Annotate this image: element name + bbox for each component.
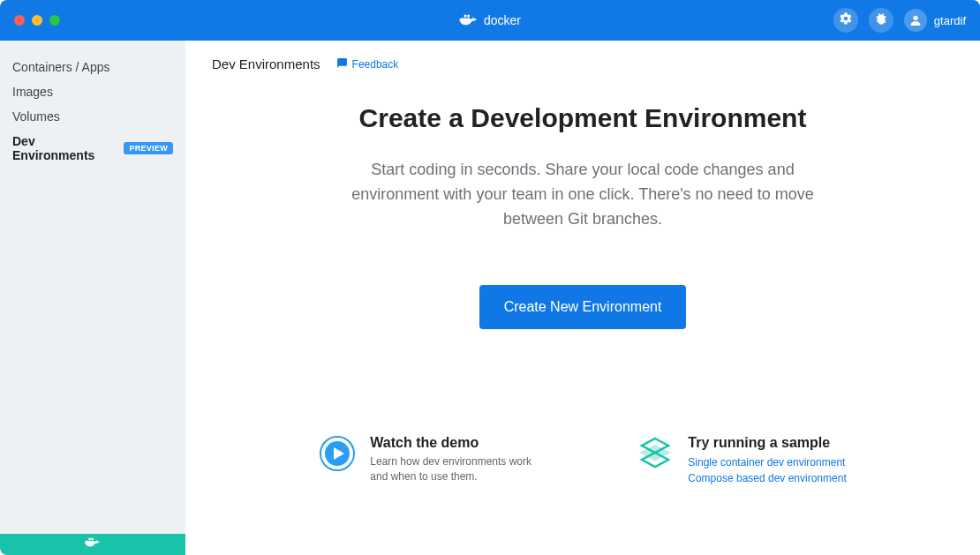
docker-whale-icon: [85, 536, 101, 552]
maximize-window-button[interactable]: [49, 15, 60, 26]
troubleshoot-button[interactable]: [869, 8, 893, 33]
info-cards: Watch the demo Learn how dev environment…: [212, 435, 954, 529]
sample-card: Try running a sample Single container de…: [637, 435, 846, 486]
user-avatar-icon: [904, 9, 927, 32]
sample-card-title: Try running a sample: [688, 435, 846, 451]
gear-icon: [839, 11, 853, 29]
feedback-label: Feedback: [352, 58, 399, 71]
sidebar-item-label: Containers / Apps: [12, 60, 110, 74]
content-header: Dev Environments Feedback: [212, 56, 954, 71]
close-window-button[interactable]: [14, 15, 25, 26]
page-title: Dev Environments: [212, 56, 320, 71]
feedback-link[interactable]: Feedback: [336, 57, 399, 71]
single-container-link[interactable]: Single container dev environment: [688, 454, 846, 470]
sidebar: Containers / Apps Images Volumes Dev Env…: [0, 41, 185, 555]
sidebar-footer: [0, 534, 185, 555]
sidebar-item-dev-environments[interactable]: Dev Environments PREVIEW: [0, 129, 185, 168]
sidebar-item-volumes[interactable]: Volumes: [0, 104, 185, 129]
header-right: gtardif: [833, 8, 966, 33]
hero-title: Create a Development Environment: [212, 103, 954, 133]
window-controls: [14, 15, 60, 26]
brand-logo: docker: [459, 13, 521, 27]
compose-env-link[interactable]: Compose based dev environment: [688, 470, 846, 486]
bug-icon: [874, 11, 888, 29]
sidebar-item-containers[interactable]: Containers / Apps: [0, 55, 185, 79]
svg-rect-9: [89, 538, 91, 540]
user-menu[interactable]: gtardif: [904, 9, 966, 32]
svg-rect-3: [464, 15, 467, 18]
username-label: gtardif: [934, 14, 966, 27]
demo-card-desc: Learn how dev environments work and when…: [370, 454, 548, 484]
svg-point-5: [913, 16, 917, 20]
container-layers-icon: [637, 435, 674, 472]
sidebar-item-label: Images: [12, 85, 53, 99]
chat-icon: [336, 57, 348, 71]
watch-demo-card: Watch the demo Learn how dev environment…: [319, 435, 548, 486]
create-environment-button[interactable]: Create New Environment: [479, 285, 687, 329]
svg-rect-10: [92, 538, 94, 540]
preview-badge: PREVIEW: [124, 142, 173, 154]
svg-rect-4: [467, 15, 470, 18]
content-area: Dev Environments Feedback Create a Devel…: [185, 41, 980, 555]
settings-button[interactable]: [833, 8, 858, 33]
titlebar: docker gtardif: [0, 0, 980, 41]
hero-section: Create a Development Environment Start c…: [212, 103, 954, 232]
minimize-window-button[interactable]: [32, 15, 42, 26]
brand-text: docker: [484, 13, 521, 27]
docker-whale-icon: [459, 13, 479, 27]
sidebar-item-label: Volumes: [12, 109, 60, 124]
demo-card-title: Watch the demo: [370, 435, 548, 451]
sidebar-item-images[interactable]: Images: [0, 79, 185, 104]
sidebar-item-label: Dev Environments: [12, 134, 118, 162]
play-icon[interactable]: [319, 435, 356, 472]
hero-subtitle: Start coding in seconds. Share your loca…: [335, 158, 830, 232]
